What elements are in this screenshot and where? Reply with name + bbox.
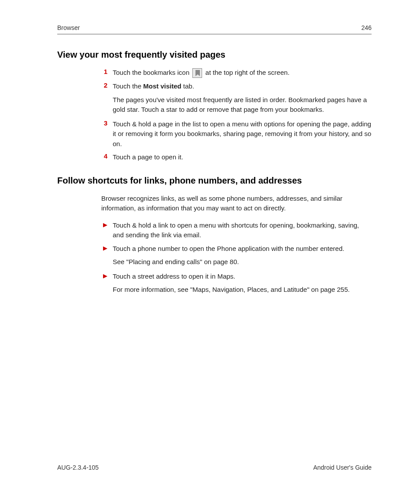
section-most-visited-content: 1 Touch the bookmarks icon at the top ri… — [101, 68, 372, 162]
page-footer: AUG-2.3.4-105 Android User's Guide — [57, 464, 372, 471]
step-2-description: The pages you've visited most frequently… — [113, 95, 372, 115]
text-fragment: Touch the — [113, 82, 143, 90]
text-fragment: tab. — [181, 82, 194, 90]
header-section: Browser — [57, 24, 80, 31]
bullet-phone: ▶ Touch a phone number to open the Phone… — [101, 244, 372, 254]
footer-doc-title: Android User's Guide — [313, 464, 372, 471]
step-number: 1 — [101, 68, 107, 75]
section-heading-shortcuts: Follow shortcuts for links, phone number… — [57, 176, 372, 186]
triangle-bullet-icon: ▶ — [101, 244, 107, 253]
step-text: Touch the bookmarks icon at the top righ… — [113, 68, 372, 78]
step-3: 3 Touch & hold a page in the list to ope… — [101, 119, 372, 149]
step-2: 2 Touch the Most visited tab. — [101, 81, 372, 92]
section-intro: Browser recognizes links, as well as som… — [101, 194, 372, 213]
step-text: Touch the Most visited tab. — [113, 81, 372, 92]
section-heading-most-visited: View your most frequently visited pages — [57, 50, 372, 60]
bullet-text: Touch a street address to open it in Map… — [113, 272, 372, 282]
step-text: Touch & hold a page in the list to open … — [113, 119, 372, 149]
step-4: 4 Touch a page to open it. — [101, 152, 372, 162]
step-text: Touch a page to open it. — [113, 152, 372, 162]
text-fragment: Touch the bookmarks icon — [113, 69, 191, 76]
triangle-bullet-icon: ▶ — [101, 221, 107, 229]
page-header: Browser 246 — [57, 24, 372, 34]
footer-doc-id: AUG-2.3.4-105 — [57, 464, 99, 471]
step-number: 3 — [101, 119, 107, 127]
text-fragment: at the top right of the screen. — [203, 69, 289, 76]
bullet-address: ▶ Touch a street address to open it in M… — [101, 272, 372, 282]
section-shortcuts-content: Browser recognizes links, as well as som… — [101, 194, 372, 295]
step-number: 4 — [101, 152, 107, 160]
header-page-number: 246 — [361, 24, 372, 31]
text-bold: Most visited — [143, 82, 181, 90]
triangle-bullet-icon: ▶ — [101, 272, 107, 280]
step-number: 2 — [101, 81, 107, 89]
bullet-phone-reference: See "Placing and ending calls" on page 8… — [113, 257, 372, 267]
bullet-text: Touch a phone number to open the Phone a… — [113, 244, 372, 254]
step-1: 1 Touch the bookmarks icon at the top ri… — [101, 68, 372, 78]
bullet-text: Touch & hold a link to open a menu with … — [113, 221, 372, 240]
bookmark-icon — [192, 68, 202, 78]
bullet-link: ▶ Touch & hold a link to open a menu wit… — [101, 221, 372, 240]
bullet-address-reference: For more information, see "Maps, Navigat… — [113, 285, 372, 295]
